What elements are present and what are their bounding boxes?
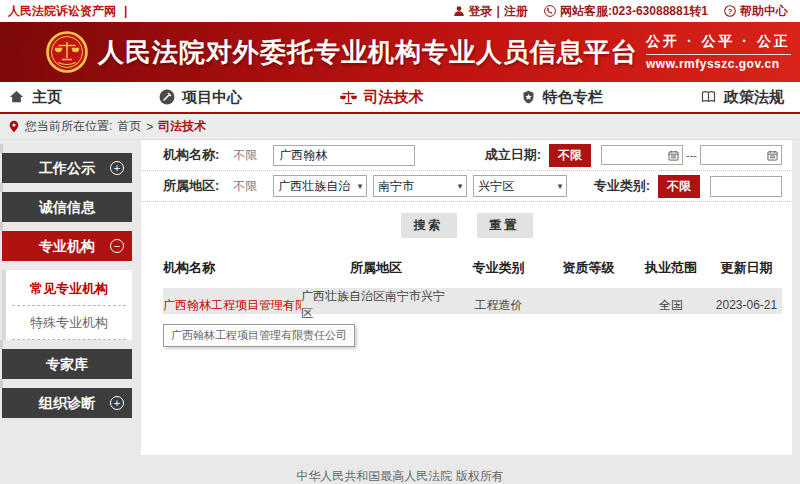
city-select-value: 南宁市	[378, 178, 414, 195]
platform-title: 人民法院对外委托专业机构专业人员信息平台	[98, 35, 638, 70]
nav-label: 主页	[32, 88, 62, 107]
sidebar-item-label: 专业机构	[39, 238, 95, 254]
sidebar-item-integrity-info[interactable]: 诚信信息	[2, 192, 132, 222]
login-register-divider: |	[497, 4, 500, 18]
row-region: 广西壮族自治区南宁市兴宁区	[301, 288, 451, 322]
date-from-input[interactable]	[601, 145, 683, 165]
org-name-link[interactable]: 广西翰林工程项目管理有限责任...	[163, 297, 301, 314]
reset-button[interactable]: 重置	[477, 213, 533, 238]
category-input[interactable]	[710, 176, 782, 197]
col-header-grade: 资质等级	[546, 259, 631, 277]
org-name-label: 机构名称:	[163, 146, 219, 164]
established-unlimited-button[interactable]: 不限	[549, 144, 591, 167]
chevron-down-icon: ▾	[458, 181, 463, 191]
date-range-separator: ---	[686, 149, 697, 161]
district-select[interactable]: 兴宁区 ▾	[473, 175, 567, 197]
search-form-row-2: 所属地区: 不限 广西壮族自治 ▾ 南宁市 ▾ 兴宁区 ▾ 专业类别: 不限	[141, 171, 792, 202]
main-area: 工作公示 + 诚信信息 专业机构 − 常见专业机构 特殊专业机构 专家库 组织诊…	[0, 140, 800, 455]
submenu-item-special-orgs[interactable]: 特殊专业机构	[12, 306, 126, 340]
search-form-row-1: 机构名称: 不限 成立日期: 不限 ---	[141, 140, 792, 171]
sidebar: 工作公示 + 诚信信息 专业机构 − 常见专业机构 特殊专业机构 专家库 组织诊…	[0, 140, 132, 427]
nav-item-home[interactable]: 主页	[8, 88, 62, 107]
nav-label: 项目中心	[182, 88, 242, 107]
nav-item-judicial-tech[interactable]: 司法技术	[340, 88, 424, 107]
service-hotline-text: 网站客服:023-63088881转1	[560, 3, 708, 20]
category-unlimited-button[interactable]: 不限	[658, 175, 700, 198]
expand-icon[interactable]: +	[110, 161, 124, 175]
date-to-input[interactable]	[700, 145, 782, 165]
expand-icon[interactable]: +	[110, 396, 124, 410]
search-button[interactable]: 搜索	[401, 213, 457, 238]
breadcrumb-current[interactable]: 司法技术	[158, 118, 206, 135]
banner-slogan: 公开 · 公平 · 公正	[646, 33, 791, 51]
collapse-icon[interactable]: −	[110, 239, 124, 253]
row-update-date: 2023-06-21	[711, 298, 782, 312]
district-select-value: 兴宁区	[478, 178, 514, 195]
nav-label: 政策法规	[724, 88, 784, 107]
breadcrumb-separator: >	[146, 120, 153, 134]
topbar-divider: |	[124, 4, 127, 18]
chevron-down-icon: ▾	[558, 181, 563, 191]
portal-site-link[interactable]: 人民法院诉讼资产网	[8, 3, 116, 20]
help-icon: ?	[724, 5, 736, 17]
location-icon	[8, 120, 20, 133]
scales-icon	[340, 89, 357, 106]
submenu-item-common-orgs[interactable]: 常见专业机构	[12, 272, 126, 306]
top-utility-bar: 人民法院诉讼资产网 | 登录 | 注册 网站客服:023-63088881转1 …	[0, 0, 800, 22]
org-name-tooltip: 广西翰林工程项目管理有限责任公司	[163, 324, 355, 347]
breadcrumb-prefix: 您当前所在位置:	[25, 118, 112, 135]
home-icon	[8, 89, 25, 105]
org-name-unlimited[interactable]: 不限	[233, 147, 257, 164]
breadcrumb: 您当前所在位置: 首页 > 司法技术	[0, 114, 800, 140]
sidebar-item-label: 工作公示	[39, 160, 95, 176]
phone-icon	[544, 5, 556, 17]
nav-label: 司法技术	[364, 88, 424, 107]
sidebar-item-expert-library[interactable]: 专家库	[2, 349, 132, 379]
badge-icon	[521, 89, 536, 105]
sidebar-item-label: 组织诊断	[39, 395, 95, 411]
project-icon	[159, 89, 175, 105]
court-emblem-icon	[46, 31, 88, 73]
sidebar-item-work-publicity[interactable]: 工作公示 +	[2, 153, 132, 183]
user-icon	[453, 5, 465, 17]
svg-text:?: ?	[728, 7, 733, 16]
category-label: 专业类别:	[594, 177, 650, 195]
register-link[interactable]: 注册	[504, 3, 528, 20]
table-row: 广西翰林工程项目管理有限责任... 广西壮族自治区南宁市兴宁区 工程造价 全国 …	[163, 288, 782, 314]
footer-copyright: 中华人民共和国最高人民法院 版权所有	[0, 455, 800, 484]
breadcrumb-home-link[interactable]: 首页	[117, 118, 141, 135]
main-nav: 主页 项目中心 司法技术 特色专栏 政策法规	[0, 82, 800, 114]
nav-item-featured-column[interactable]: 特色专栏	[521, 88, 603, 107]
sidebar-submenu: 常见专业机构 特殊专业机构	[2, 270, 132, 340]
col-header-category: 专业类别	[451, 259, 546, 277]
org-name-input[interactable]	[273, 145, 415, 166]
content-panel: 机构名称: 不限 成立日期: 不限 --- 所属地区	[141, 140, 792, 455]
sidebar-item-org-diagnosis[interactable]: 组织诊断 +	[2, 388, 132, 418]
help-center-link[interactable]: 帮助中心	[740, 3, 788, 20]
sidebar-item-professional-orgs[interactable]: 专业机构 −	[2, 231, 132, 261]
site-url: www.rmfysszc.gov.cn	[646, 57, 791, 71]
sidebar-item-label: 专家库	[46, 356, 88, 372]
chevron-down-icon: ▾	[358, 181, 363, 191]
province-select-value: 广西壮族自治	[278, 178, 350, 195]
site-banner: 人民法院对外委托专业机构专业人员信息平台 公开 · 公平 · 公正 www.rm…	[0, 22, 800, 82]
calendar-icon[interactable]	[668, 150, 679, 161]
established-date-label: 成立日期:	[485, 146, 541, 164]
row-scope: 全国	[631, 297, 711, 314]
results-table-header: 机构名称 所属地区 专业类别 资质等级 执业范围 更新日期	[163, 252, 782, 284]
province-select[interactable]: 广西壮族自治 ▾	[273, 175, 367, 197]
region-label: 所属地区:	[163, 177, 219, 195]
slogan-divider	[646, 54, 791, 55]
calendar-icon[interactable]	[767, 150, 778, 161]
col-header-scope: 执业范围	[631, 259, 711, 277]
nav-item-project-center[interactable]: 项目中心	[159, 88, 242, 107]
col-header-org-name: 机构名称	[163, 259, 301, 277]
col-header-update-date: 更新日期	[711, 259, 782, 277]
sidebar-item-label: 诚信信息	[39, 199, 95, 215]
book-icon	[700, 89, 717, 105]
col-header-region: 所属地区	[301, 259, 451, 277]
region-unlimited[interactable]: 不限	[233, 178, 257, 195]
login-link[interactable]: 登录	[469, 3, 493, 20]
city-select[interactable]: 南宁市 ▾	[373, 175, 467, 197]
nav-item-policy[interactable]: 政策法规	[700, 88, 784, 107]
